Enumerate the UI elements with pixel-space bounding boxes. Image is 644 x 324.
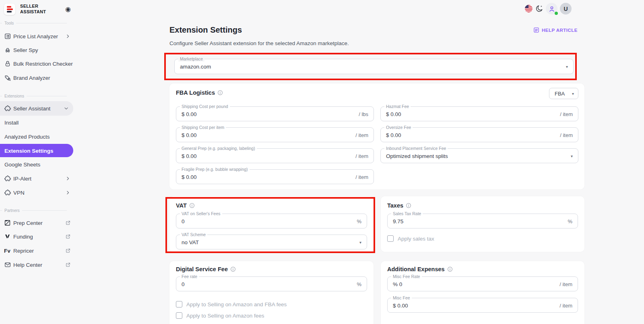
apply-sales-tax-checkbox[interactable]: Apply sales tax xyxy=(387,235,434,242)
article-icon xyxy=(533,27,539,33)
inbound-placement-select[interactable]: Inbound Placement Service Fee Optimized … xyxy=(380,148,578,163)
info-icon[interactable] xyxy=(189,203,195,208)
chevron-down-icon xyxy=(64,106,69,111)
puzzle-icon xyxy=(4,189,11,196)
card-title-text: VAT xyxy=(176,202,187,209)
sidebar-collapse-icon[interactable]: ◉ xyxy=(65,5,71,13)
info-icon[interactable] xyxy=(230,266,236,272)
general-prep-field[interactable]: General Prep (e.g. packaging, labeling) … xyxy=(176,148,374,163)
chevron-right-icon xyxy=(65,34,70,39)
info-icon[interactable] xyxy=(217,90,223,96)
checkbox-icon[interactable] xyxy=(387,235,394,242)
help-article-link[interactable]: HELP ARTICLE xyxy=(533,27,578,33)
taxes-card: Taxes Sales Tax Rate 9.75 % Apply sales … xyxy=(381,196,584,252)
tag-search-icon xyxy=(4,74,11,81)
repricer-logo-icon: Fv xyxy=(4,248,10,254)
info-icon[interactable] xyxy=(447,266,453,272)
user-avatar[interactable]: U xyxy=(560,3,572,15)
field-unit: % xyxy=(357,218,361,224)
shipping-cost-per-pound-field[interactable]: Shipping Cost per pound $ 0.00 / lbs xyxy=(176,106,374,121)
sidebar-item-repricer[interactable]: Fv Repricer xyxy=(0,244,75,258)
hazmat-fee-field[interactable]: Hazmat Fee $ 0.00 / item xyxy=(380,106,578,121)
logo-bar xyxy=(7,11,12,12)
sidebar-item-label: VPN xyxy=(13,190,25,196)
sidebar-item-analyzed-products[interactable]: Analyzed Products xyxy=(0,130,75,143)
sidebar-item-vpn[interactable]: VPN xyxy=(0,186,75,199)
field-value: no VAT xyxy=(182,239,199,245)
sidebar-item-install[interactable]: Install xyxy=(0,116,75,129)
sales-tax-rate-field[interactable]: Sales Tax Rate 9.75 % xyxy=(387,214,578,228)
card-title-text: Taxes xyxy=(387,202,403,209)
additional-expenses-card: Additional Expenses Misc Fee Rate % 0 / … xyxy=(381,261,584,324)
fba-logistics-title: FBA Logistics xyxy=(176,89,223,96)
seller-assistant-logo-icon xyxy=(4,4,15,15)
vat-card: VAT VAT on Seller's Fees 0 % VAT Scheme … xyxy=(169,196,374,252)
sidebar-item-google-sheets[interactable]: Google Sheets xyxy=(0,158,75,171)
funding-logo-icon xyxy=(4,233,11,240)
field-label: General Prep (e.g. packaging, labeling) xyxy=(180,146,257,151)
brand-name-line2: ASSISTANT xyxy=(20,9,46,15)
info-icon[interactable] xyxy=(406,203,411,208)
puzzle-icon xyxy=(4,175,11,182)
sidebar-item-extension-settings[interactable]: Extension Settings xyxy=(0,144,73,157)
apply-amazon-fees-checkbox[interactable]: Apply to Selling on Amazon fees xyxy=(176,312,264,319)
field-unit: % xyxy=(568,218,572,224)
sidebar-item-label: Seller Spy xyxy=(13,47,38,53)
chevron-down-icon: ▾ xyxy=(566,64,568,69)
field-value: $ 0.00 xyxy=(182,132,197,138)
sidebar-item-label: Seller Assistant xyxy=(13,106,50,112)
marketplace-select[interactable]: Marketplace amazon.com ▾ xyxy=(174,59,574,74)
checkbox-label: Apply sales tax xyxy=(398,236,434,242)
chevron-down-icon: ▾ xyxy=(359,240,361,244)
checkbox-icon[interactable] xyxy=(176,301,182,307)
sidebar-item-label: Install xyxy=(4,120,19,126)
dark-mode-moon-icon[interactable] xyxy=(535,4,543,12)
field-label: VAT Scheme xyxy=(180,232,207,237)
lock-icon xyxy=(4,60,11,67)
field-unit: / lbs xyxy=(359,111,368,117)
field-label: Fragile Prep (e.g. bubble wrapping) xyxy=(180,167,250,172)
logo-bar xyxy=(7,8,13,10)
sidebar-item-seller-spy[interactable]: Seller Spy xyxy=(0,43,75,57)
apply-amazon-and-fba-fees-checkbox[interactable]: Apply to Selling on Amazon and FBA fees xyxy=(176,301,287,307)
field-label: Fee rate xyxy=(180,274,199,279)
sidebar-item-help-center[interactable]: Help Center xyxy=(0,258,75,272)
field-value: $ 0.00 xyxy=(386,132,401,138)
field-label: VAT on Seller's Fees xyxy=(180,211,222,216)
sidebar-item-seller-assistant[interactable]: Seller Assistant xyxy=(0,101,73,116)
field-value: 9.75 xyxy=(393,218,403,224)
sidebar-item-price-list-analyzer[interactable]: Price List Analyzer xyxy=(0,29,75,43)
field-label: Shipping Cost per item xyxy=(180,125,226,130)
page-subtitle: Configure Seller Assistant extension for… xyxy=(169,40,349,46)
chevron-down-icon: ▾ xyxy=(572,91,574,96)
vat-on-sellers-fees-field[interactable]: VAT on Seller's Fees 0 % xyxy=(176,214,367,228)
fee-rate-field[interactable]: Fee rate 0 % xyxy=(176,276,367,291)
field-value: $ 0.00 xyxy=(393,302,408,308)
field-unit: / item xyxy=(355,153,368,159)
digital-service-fee-card: Digital Service Fee Fee rate 0 % Apply t… xyxy=(169,261,374,324)
fba-mode-select[interactable]: FBA ▾ xyxy=(549,88,578,99)
field-value: $ 0.00 xyxy=(386,111,401,117)
list-icon xyxy=(4,33,11,40)
field-unit: / item xyxy=(560,132,573,138)
field-unit: / item xyxy=(355,174,368,180)
checkbox-icon[interactable] xyxy=(176,312,182,319)
sidebar-item-prep-center[interactable]: Prep Center xyxy=(0,216,75,230)
sidebar-item-ip-alert[interactable]: IP-Alert xyxy=(0,172,75,185)
vat-scheme-select[interactable]: VAT Scheme no VAT ▾ xyxy=(176,235,367,249)
sidebar-item-label: Price List Analyzer xyxy=(13,33,58,39)
sidebar-item-brand-analyzer[interactable]: Brand Analyzer xyxy=(0,71,75,85)
sidebar-item-funding[interactable]: Funding xyxy=(0,230,75,243)
shipping-cost-per-item-field[interactable]: Shipping Cost per item $ 0.00 / item xyxy=(176,127,374,142)
fragile-prep-field[interactable]: Fragile Prep (e.g. bubble wrapping) $ 0.… xyxy=(176,169,374,184)
misc-fee-field[interactable]: Misc Fee $ 0.00 / item xyxy=(387,298,578,313)
field-unit: % xyxy=(357,281,361,287)
sidebar-item-label: IP-Alert xyxy=(13,176,31,182)
chevron-right-icon xyxy=(65,190,70,195)
logo-bar xyxy=(7,6,11,8)
oversize-fee-field[interactable]: Oversize Fee $ 0.00 / item xyxy=(380,127,578,142)
field-label: Sales Tax Rate xyxy=(391,211,423,216)
misc-fee-rate-field[interactable]: Misc Fee Rate % 0 / item xyxy=(387,276,578,291)
language-flag-icon[interactable] xyxy=(525,5,533,12)
sidebar-item-bulk-restriction-checker[interactable]: Bulk Restriction Checker xyxy=(0,57,75,71)
